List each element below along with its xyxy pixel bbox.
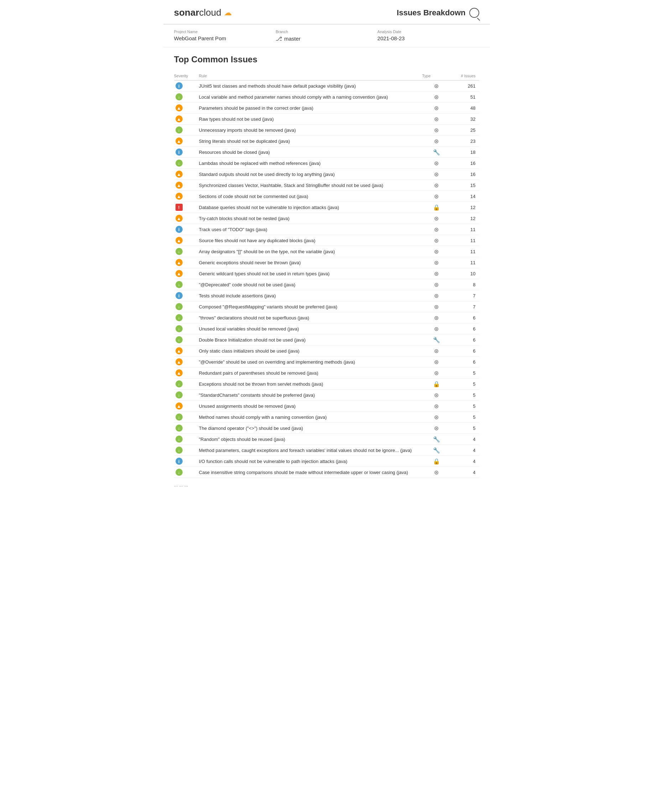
severity-cell: ▲: [174, 369, 199, 377]
severity-minor-icon: ↓: [175, 281, 183, 288]
code-smell-icon: ⊛: [434, 403, 439, 409]
code-smell-icon: ⊛: [434, 270, 439, 277]
table-row[interactable]: ↓ Double Brace Initialization should not…: [174, 334, 479, 345]
rule-text: Raw types should not be used (java): [199, 116, 422, 122]
severity-cell: i: [174, 292, 199, 299]
code-smell-icon: ⊛: [434, 237, 439, 244]
table-row[interactable]: ↓ Lambdas should be replaced with method…: [174, 158, 479, 169]
issues-count: 4: [451, 437, 479, 442]
table-row[interactable]: ▲ String literals should not be duplicat…: [174, 136, 479, 147]
table-row[interactable]: ▲ "@Override" should be used on overridi…: [174, 357, 479, 368]
vulnerability-icon: 🔒: [433, 381, 440, 388]
rule-text: Standard outputs should not be used dire…: [199, 172, 422, 177]
table-row[interactable]: ▲ Synchronized classes Vector, Hashtable…: [174, 180, 479, 191]
rule-text: Sections of code should not be commented…: [199, 194, 422, 199]
table-row[interactable]: ↓ Case insensitive string comparisons sh…: [174, 467, 479, 478]
rule-text: "@Override" should be used on overriding…: [199, 359, 422, 365]
code-smell-icon: ⊛: [434, 392, 439, 398]
severity-cell: ↓: [174, 314, 199, 321]
severity-major-icon: ▲: [175, 104, 183, 111]
table-row[interactable]: ↓ "@Deprecated" code should not be used …: [174, 279, 479, 290]
search-icon[interactable]: [469, 8, 479, 18]
bug-icon: 🔧: [433, 149, 440, 156]
ellipsis: ... ... ...: [174, 478, 479, 492]
table-row[interactable]: ▲ Try-catch blocks should not be nested …: [174, 213, 479, 224]
type-cell: 🔒: [422, 381, 451, 388]
branch-name-text: master: [284, 36, 301, 42]
rule-text: Case insensitive string comparisons shou…: [199, 470, 422, 475]
issues-count: 23: [451, 139, 479, 144]
severity-cell: ↓: [174, 160, 199, 167]
rule-text: Parameters should be passed in the corre…: [199, 105, 422, 111]
bug-icon: 🔧: [433, 436, 440, 443]
type-cell: ⊛: [422, 469, 451, 476]
rule-text: Unnecessary imports should be removed (j…: [199, 128, 422, 133]
severity-minor-icon: ↓: [175, 160, 183, 167]
severity-info-icon: i: [175, 458, 183, 465]
severity-minor-icon: ↓: [175, 303, 183, 310]
code-smell-icon: ⊛: [434, 414, 439, 421]
type-cell: ⊛: [422, 281, 451, 288]
table-row[interactable]: ↓ "Random" objects should be reused (jav…: [174, 434, 479, 445]
table-row[interactable]: ▲ Source files should not have any dupli…: [174, 235, 479, 246]
table-row[interactable]: ↓ The diamond operator ("<>") should be …: [174, 423, 479, 434]
type-cell: ⊛: [422, 226, 451, 233]
table-row[interactable]: i Track uses of "TODO" tags (java) ⊛ 11: [174, 224, 479, 235]
table-row[interactable]: i I/O function calls should not be vulne…: [174, 456, 479, 467]
table-row[interactable]: ↓ Composed "@RequestMapping" variants sh…: [174, 301, 479, 312]
code-smell-icon: ⊛: [434, 138, 439, 145]
issues-count: 4: [451, 459, 479, 464]
type-cell: 🔒: [422, 458, 451, 465]
severity-cell: ↓: [174, 414, 199, 421]
severity-minor-icon: ↓: [175, 93, 183, 101]
severity-cell: i: [174, 82, 199, 89]
table-row[interactable]: ↓ Array designators "[]" should be on th…: [174, 246, 479, 257]
vulnerability-icon: 🔒: [433, 204, 440, 211]
table-row[interactable]: i Tests should include assertions (java)…: [174, 290, 479, 301]
severity-major-icon: ▲: [175, 182, 183, 189]
table-row[interactable]: ▲ Parameters should be passed in the cor…: [174, 102, 479, 114]
severity-minor-icon: ↓: [175, 325, 183, 332]
code-smell-icon: ⊛: [434, 469, 439, 476]
table-row[interactable]: ↓ "StandardCharsets" constants should be…: [174, 390, 479, 401]
table-row[interactable]: ↓ Method names should comply with a nami…: [174, 412, 479, 423]
table-row[interactable]: i JUnit5 test classes and methods should…: [174, 81, 479, 92]
bug-icon: 🔧: [433, 337, 440, 343]
table-row[interactable]: ↓ Exceptions should not be thrown from s…: [174, 379, 479, 390]
issues-table: i JUnit5 test classes and methods should…: [174, 81, 479, 478]
table-row[interactable]: ▲ Redundant pairs of parentheses should …: [174, 368, 479, 379]
issues-count: 12: [451, 205, 479, 210]
table-row[interactable]: ▲ Only static class initializers should …: [174, 345, 479, 357]
rule-text: Method names should comply with a naming…: [199, 415, 422, 420]
severity-major-icon: ▲: [175, 259, 183, 266]
table-row[interactable]: ▲ Raw types should not be used (java) ⊛ …: [174, 114, 479, 125]
table-row[interactable]: ↓ "throws" declarations should not be su…: [174, 312, 479, 324]
table-row[interactable]: ▲ Generic wildcard types should not be u…: [174, 268, 479, 279]
table-row[interactable]: ▲ Unused assignments should be removed (…: [174, 401, 479, 412]
issues-count: 6: [451, 326, 479, 331]
type-cell: ⊛: [422, 325, 451, 332]
table-row[interactable]: ▲ Sections of code should not be comment…: [174, 191, 479, 202]
section-title: Top Common Issues: [174, 55, 479, 64]
table-row[interactable]: ↓ Unused local variables should be remov…: [174, 324, 479, 334]
severity-cell: ▲: [174, 347, 199, 354]
code-smell-icon: ⊛: [434, 160, 439, 167]
table-row[interactable]: ↓ Unnecessary imports should be removed …: [174, 125, 479, 136]
rule-text: Generic wildcard types should not be use…: [199, 271, 422, 276]
code-smell-icon: ⊛: [434, 370, 439, 377]
table-row[interactable]: ↓ Method parameters, caught exceptions a…: [174, 445, 479, 456]
code-smell-icon: ⊛: [434, 94, 439, 101]
severity-minor-icon: ↓: [175, 380, 183, 388]
rule-text: Exceptions should not be thrown from ser…: [199, 382, 422, 387]
issues-count: 5: [451, 382, 479, 387]
table-row[interactable]: ↓ Local variable and method parameter na…: [174, 92, 479, 102]
rule-text: Tests should include assertions (java): [199, 293, 422, 298]
table-row[interactable]: ! Database queries should not be vulnera…: [174, 202, 479, 213]
type-cell: ⊛: [422, 304, 451, 310]
code-smell-icon: ⊛: [434, 193, 439, 200]
table-row[interactable]: ▲ Standard outputs should not be used di…: [174, 169, 479, 180]
table-row[interactable]: i Resources should be closed (java) 🔧 18: [174, 147, 479, 158]
table-row[interactable]: ▲ Generic exceptions should never be thr…: [174, 257, 479, 268]
logo: sonarcloud ☁: [174, 7, 232, 18]
code-smell-icon: ⊛: [434, 82, 439, 89]
